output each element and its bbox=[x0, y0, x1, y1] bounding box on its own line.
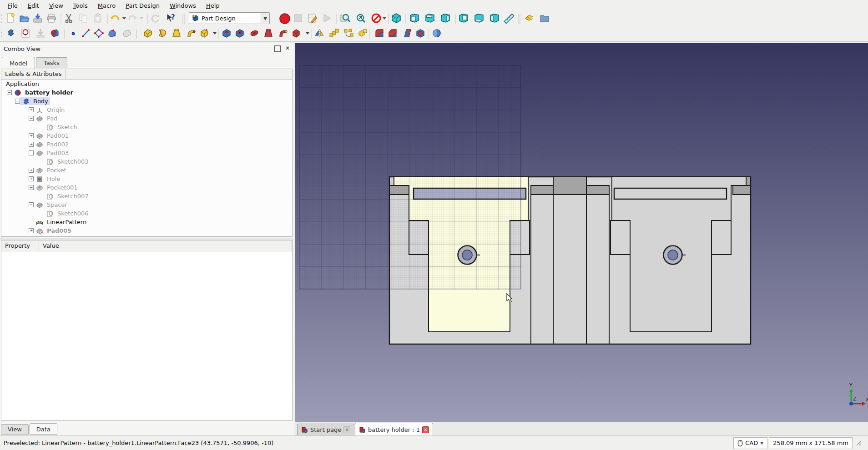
menu-view[interactable]: View bbox=[44, 1, 68, 10]
groove-icon[interactable] bbox=[250, 30, 258, 37]
collapse-icon[interactable]: − bbox=[29, 185, 34, 190]
tree-item-pocket001[interactable]: − Pocket001 bbox=[1, 183, 292, 192]
tree-item-spacer[interactable]: − Spacer bbox=[1, 200, 292, 209]
polar-pattern-icon[interactable] bbox=[344, 29, 353, 36]
std-tool-icon[interactable] bbox=[525, 15, 533, 20]
tab-start-page[interactable]: Start page ✕ bbox=[297, 424, 354, 435]
pocket-icon[interactable] bbox=[223, 30, 230, 37]
additive-loft-icon[interactable] bbox=[173, 29, 180, 36]
close-panel-icon[interactable]: ✕ bbox=[284, 45, 291, 52]
subtractive-primitive-icon[interactable] bbox=[293, 30, 299, 37]
view-right-icon[interactable] bbox=[441, 14, 449, 22]
menu-windows[interactable]: Windows bbox=[165, 1, 201, 10]
view-top-icon[interactable] bbox=[426, 14, 434, 22]
tree-item-pocket[interactable]: + Pocket bbox=[1, 166, 292, 175]
print-icon[interactable] bbox=[47, 14, 56, 22]
tree-header[interactable]: Labels & Attributes bbox=[1, 69, 292, 80]
macro-execute-icon[interactable] bbox=[324, 14, 331, 22]
whats-this-icon[interactable]: ? bbox=[167, 13, 175, 22]
tree-item-pad001[interactable]: + Pad001 bbox=[1, 131, 292, 140]
tree-item-pad005[interactable]: + Pad005 bbox=[1, 226, 292, 235]
menu-part-design[interactable]: Part Design bbox=[121, 1, 165, 10]
macro-record-icon[interactable] bbox=[280, 14, 290, 24]
navigation-style-selector[interactable]: CAD ▼ bbox=[733, 437, 767, 449]
create-polyline-icon[interactable] bbox=[109, 30, 116, 37]
menu-tools[interactable]: Tools bbox=[68, 1, 93, 10]
menu-help[interactable]: Help bbox=[201, 1, 225, 10]
tree-item-linearpattern[interactable]: LinearPattern bbox=[1, 218, 292, 226]
draw-style-icon[interactable] bbox=[372, 14, 380, 22]
macro-stop-icon[interactable] bbox=[294, 15, 302, 22]
copy-icon[interactable] bbox=[80, 14, 87, 22]
workbench-selector[interactable]: Part Design ▼ bbox=[189, 12, 270, 24]
fit-all-icon[interactable] bbox=[341, 15, 350, 22]
undo-icon[interactable] bbox=[111, 16, 118, 20]
tree-item-sketch007[interactable]: Sketch007 bbox=[1, 192, 292, 200]
create-point-icon[interactable] bbox=[72, 32, 75, 35]
create-bspline-icon[interactable] bbox=[124, 30, 131, 36]
menu-file[interactable]: File bbox=[3, 1, 23, 10]
workbench-dropdown-icon[interactable]: ▼ bbox=[261, 13, 269, 23]
thickness-icon[interactable] bbox=[417, 30, 424, 37]
tree-item-origin[interactable]: + Origin bbox=[1, 105, 292, 114]
boolean-icon[interactable] bbox=[433, 30, 440, 37]
tree-item-application[interactable]: Application bbox=[1, 80, 292, 88]
view-isometric-icon[interactable] bbox=[392, 14, 400, 23]
redo-dropdown-icon[interactable] bbox=[140, 17, 143, 20]
std-folder-icon[interactable] bbox=[540, 15, 549, 22]
linear-pattern-icon[interactable] bbox=[330, 29, 338, 37]
fillet-icon[interactable] bbox=[376, 30, 383, 37]
view-bottom-icon[interactable] bbox=[475, 14, 483, 22]
multi-transform-icon[interactable] bbox=[359, 30, 367, 36]
additive-pipe-icon[interactable] bbox=[188, 30, 195, 36]
create-rectangle-icon[interactable] bbox=[94, 29, 104, 38]
create-line-icon[interactable] bbox=[82, 29, 90, 37]
collapse-icon[interactable]: − bbox=[29, 116, 34, 121]
view-left-icon[interactable] bbox=[490, 14, 499, 22]
right-slot[interactable] bbox=[614, 188, 727, 199]
collapse-icon[interactable]: − bbox=[29, 202, 34, 207]
tree-item-sketch[interactable]: Sketch bbox=[1, 123, 292, 131]
cut-icon[interactable] bbox=[66, 14, 71, 23]
measure-icon[interactable] bbox=[504, 14, 514, 23]
value-column-header[interactable]: Value bbox=[39, 240, 292, 251]
open-document-icon[interactable] bbox=[20, 16, 29, 22]
mirrored-icon[interactable] bbox=[315, 29, 323, 37]
close-tab-icon[interactable]: ✕ bbox=[343, 426, 350, 433]
view-rear-icon[interactable] bbox=[459, 14, 468, 22]
tab-model[interactable]: Model bbox=[2, 57, 35, 69]
pad-icon[interactable] bbox=[144, 30, 151, 37]
subtractive-dropdown-icon[interactable] bbox=[306, 32, 309, 35]
tree-item-hole[interactable]: + Hole bbox=[1, 175, 292, 183]
tree-item-pad[interactable]: − Pad bbox=[1, 114, 292, 123]
right-clip-right[interactable] bbox=[712, 220, 731, 255]
expand-icon[interactable]: + bbox=[29, 107, 34, 112]
draft-icon[interactable] bbox=[404, 30, 411, 37]
edit-sketch-icon[interactable] bbox=[51, 30, 58, 37]
collapse-icon[interactable]: − bbox=[29, 150, 34, 155]
close-tab-icon[interactable]: ✕ bbox=[422, 426, 429, 433]
chamfer-icon[interactable] bbox=[389, 30, 396, 37]
additive-dropdown-icon[interactable] bbox=[213, 32, 217, 35]
new-document-icon[interactable] bbox=[7, 14, 15, 23]
paste-icon[interactable] bbox=[95, 14, 101, 22]
resize-grip-icon[interactable] bbox=[856, 440, 862, 446]
draw-style-dropdown-icon[interactable] bbox=[383, 17, 386, 20]
float-panel-icon[interactable] bbox=[274, 45, 281, 52]
hole-icon[interactable] bbox=[236, 30, 243, 37]
tree-item-sketch003[interactable]: Sketch003 bbox=[1, 157, 292, 166]
menu-edit[interactable]: Edit bbox=[23, 1, 44, 10]
property-column-header[interactable]: Property bbox=[1, 240, 39, 251]
expand-icon[interactable]: + bbox=[29, 176, 34, 181]
collapse-icon[interactable]: − bbox=[7, 90, 12, 95]
menu-macro[interactable]: Macro bbox=[93, 1, 121, 10]
expand-icon[interactable]: + bbox=[29, 168, 34, 173]
save-document-icon[interactable] bbox=[34, 14, 42, 22]
collapse-icon[interactable]: − bbox=[15, 99, 20, 104]
subtractive-pipe-icon[interactable] bbox=[280, 30, 287, 36]
view-front-icon[interactable] bbox=[410, 14, 419, 22]
right-clip-left[interactable] bbox=[611, 220, 630, 255]
tree-item-pad003[interactable]: − Pad003 bbox=[1, 149, 292, 157]
create-body-icon[interactable] bbox=[8, 30, 14, 36]
additive-primitive-icon[interactable] bbox=[201, 29, 207, 37]
